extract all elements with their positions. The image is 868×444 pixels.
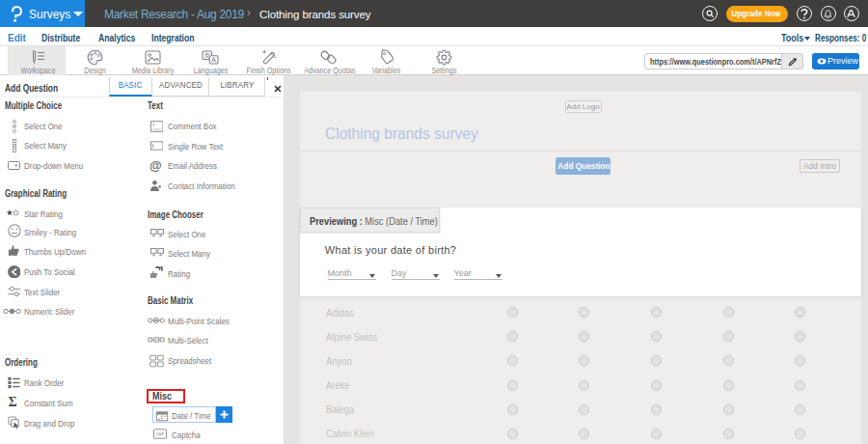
svg-text:xyz: xyz bbox=[155, 430, 164, 436]
